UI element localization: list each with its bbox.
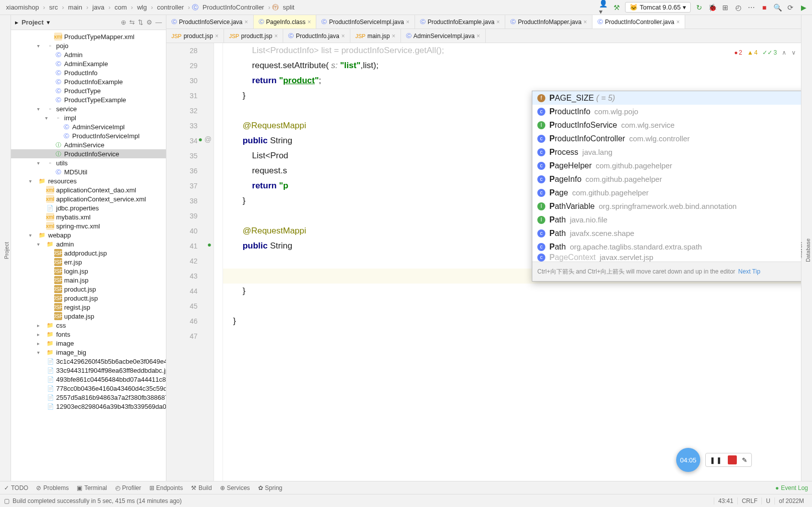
editor-tab[interactable]: ⒸProductInfoServiceImpl.java×	[316, 15, 415, 29]
caret-position[interactable]: 43:41	[714, 497, 737, 504]
close-icon[interactable]: ×	[406, 19, 410, 26]
target-icon[interactable]: ⊕	[121, 19, 126, 26]
tree-item[interactable]: ⒸProductTypeExample	[11, 95, 166, 104]
tab-todo[interactable]: ✓ TODO	[4, 484, 28, 491]
tree-item[interactable]: ⒾProductInfoService	[11, 149, 166, 158]
editor-tab[interactable]: JSPproduct.jsp×	[166, 29, 224, 43]
editor-tab[interactable]: JSPmain.jsp×	[350, 29, 401, 43]
gear-icon[interactable]: ⚙	[146, 19, 152, 26]
tree-item[interactable]: xmlapplicationContext_dao.xml	[11, 185, 166, 194]
tree-item[interactable]: ▾▫utils	[11, 158, 166, 167]
tree-item[interactable]: 📄jdbc.properties	[11, 203, 166, 212]
tab-problems[interactable]: ⊘ Problems	[36, 484, 69, 491]
autocomplete-item[interactable]: cProcessjava.lang	[532, 145, 801, 159]
tree-item[interactable]: ⒸAdmin	[11, 50, 166, 59]
collapse-icon[interactable]: ⇆	[129, 19, 135, 26]
tree-item[interactable]: ⒸProductInfo	[11, 68, 166, 77]
tree-item[interactable]: ⒸProductType	[11, 86, 166, 95]
tree-item[interactable]: ⒾAdminService	[11, 140, 166, 149]
tree-item[interactable]: ⒸProductInfoServiceImpl	[11, 131, 166, 140]
tab-endpoints[interactable]: ⊞ Endpoints	[149, 484, 183, 491]
tree-item[interactable]: 📄778cc0b0436e4160a43460d4c35c59d8.jpg	[11, 384, 166, 393]
down-icon[interactable]: ∨	[791, 45, 796, 60]
bc-project[interactable]: xiaomishop	[4, 3, 41, 12]
tree-item[interactable]: JSPaddproduct.jsp	[11, 248, 166, 258]
tree-item[interactable]: ▾▫pojo	[11, 41, 166, 50]
tree-item[interactable]: JSPproduct.jsp	[11, 285, 166, 294]
autocomplete-item[interactable]: cPagecom.github.pagehelper	[532, 186, 801, 199]
play-icon[interactable]: ▶	[799, 3, 808, 12]
tree-item[interactable]: JSPlogin.jsp	[11, 267, 166, 276]
tree-item[interactable]: ▾▫service	[11, 104, 166, 113]
sync-icon[interactable]: ⟳	[786, 3, 795, 12]
side-project[interactable]: Project	[3, 238, 11, 263]
up-icon[interactable]: ∧	[782, 45, 786, 60]
tree-item[interactable]: ▾📁webapp	[11, 230, 166, 239]
tree-item[interactable]: JSPupdate.jsp	[11, 312, 166, 321]
close-icon[interactable]: ×	[215, 33, 219, 40]
tree-item[interactable]: ▾📁resources	[11, 176, 166, 185]
close-icon[interactable]: ×	[341, 33, 345, 40]
profile-icon[interactable]: ◴	[734, 3, 743, 12]
editor-tab[interactable]: ⒸProductInfoService.java×	[166, 15, 254, 29]
tree-item[interactable]: xmlspring-mvc.xml	[11, 221, 166, 230]
autocomplete-item[interactable]: IPathjava.nio.file	[532, 213, 801, 226]
close-icon[interactable]: ×	[245, 19, 248, 26]
close-icon[interactable]: ×	[307, 19, 311, 26]
close-icon[interactable]: ×	[496, 19, 500, 26]
tree-item[interactable]: xmlapplicationContext_service.xml	[11, 194, 166, 203]
autocomplete-item[interactable]: IProductInfoServicecom.wlg.service	[532, 118, 801, 132]
close-icon[interactable]: ×	[583, 19, 587, 26]
autocomplete-item[interactable]: cProductInfoControllercom.wlg.controller	[532, 132, 801, 145]
code-editor[interactable]: ●2 ▲4 ✓✓3 ∧ ∨ List<ProductInfo> list = p…	[223, 43, 801, 481]
chevron-down-icon[interactable]: ▾	[47, 19, 50, 26]
autocomplete-item[interactable]: cPathorg.apache.taglibs.standard.extra.s…	[532, 240, 801, 254]
close-icon[interactable]: ×	[274, 33, 278, 40]
editor-tab[interactable]: ⒸPageInfo.class×	[254, 15, 317, 29]
next-tip-link[interactable]: Next Tip	[738, 264, 760, 279]
tree-item[interactable]: ▾▫impl	[11, 113, 166, 122]
encoding[interactable]: U	[761, 497, 774, 504]
check-indicator[interactable]: ✓✓3	[762, 45, 777, 60]
tab-spring[interactable]: ✿ Spring	[258, 484, 283, 491]
autocomplete-item[interactable]: cPageInfocom.github.pagehelper	[532, 172, 801, 186]
memory-indicator[interactable]: of 2022M	[774, 497, 808, 504]
debug-icon[interactable]: 🐞	[708, 3, 717, 12]
tree-item[interactable]: ⒸProductInfoExample	[11, 77, 166, 86]
editor-tab[interactable]: ⒸAdminServiceImpl.java×	[401, 29, 486, 43]
tree-item[interactable]: 📄2557d5a816b94863a7a2f380fb388687.jpg	[11, 393, 166, 402]
tree-item[interactable]: ▸📁css	[11, 321, 166, 330]
editor-tab[interactable]: ⒸProductInfoExample.java×	[415, 15, 505, 29]
stop-record-icon[interactable]	[728, 455, 737, 464]
hide-icon[interactable]: —	[155, 19, 162, 26]
autocomplete-item[interactable]: cPathjavafx.scene.shape	[532, 226, 801, 240]
tree-item[interactable]: ▾📁image_big	[11, 348, 166, 357]
close-icon[interactable]: ×	[477, 33, 480, 40]
error-indicator[interactable]: ●2	[734, 45, 742, 60]
tab-terminal[interactable]: ▣ Terminal	[77, 484, 107, 491]
tree-item[interactable]: 📄493bfe861c04456484bbd07a44411c80.jpg	[11, 375, 166, 384]
tab-build[interactable]: ⚒ Build	[191, 484, 212, 491]
tree-item[interactable]: ▸📁image	[11, 339, 166, 348]
tree-item[interactable]: ⒸAdminExample	[11, 59, 166, 68]
tree-item[interactable]: ▾📁admin	[11, 239, 166, 248]
tree-item[interactable]: ⒸMD5Util	[11, 167, 166, 176]
tree-item[interactable]: JSPregist.jsp	[11, 303, 166, 312]
search-icon[interactable]: 🔍	[773, 3, 782, 12]
tree-item[interactable]: JSPerr.jsp	[11, 258, 166, 267]
warning-indicator[interactable]: ▲4	[747, 45, 758, 60]
line-sep[interactable]: CRLF	[737, 497, 761, 504]
stop-icon[interactable]: ■	[760, 3, 769, 12]
autocomplete-item[interactable]: IPathVariableorg.springframework.web.bin…	[532, 199, 801, 213]
more-icon[interactable]: ⋯	[747, 3, 756, 12]
editor-tab[interactable]: ⒸProductInfo.java×	[283, 29, 350, 43]
recorder-timer[interactable]: 04:05	[676, 448, 700, 472]
autocomplete-item[interactable]: fPAGE_SIZE ( = 5)int	[532, 91, 801, 105]
pencil-icon[interactable]: ✎	[742, 456, 747, 464]
close-icon[interactable]: ×	[676, 19, 680, 26]
user-icon[interactable]: 👤▾	[599, 3, 608, 12]
tree-item[interactable]: ⒸAdminServiceImpl	[11, 122, 166, 131]
tree-item[interactable]: ▸📁fonts	[11, 330, 166, 339]
tree-item[interactable]: xmlProductTypeMapper.xml	[11, 32, 166, 41]
pause-icon[interactable]: ❚❚	[710, 456, 723, 464]
